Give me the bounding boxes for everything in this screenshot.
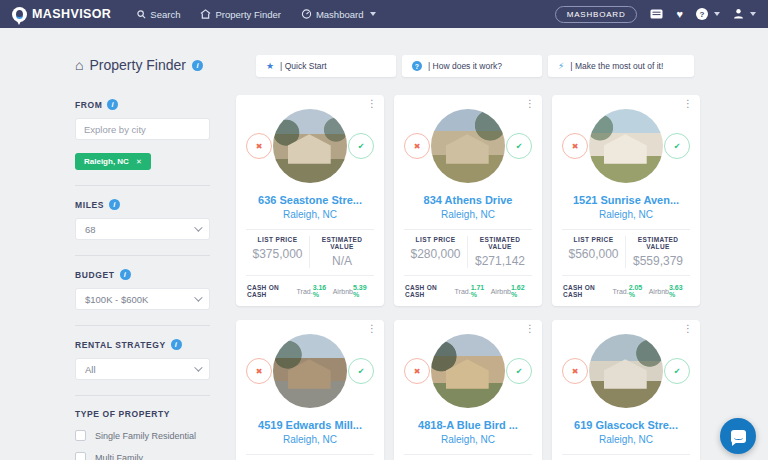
kebab-menu-icon[interactable]: ⋮ xyxy=(683,98,693,109)
how-it-works-button[interactable]: ? | How does it work? xyxy=(402,55,542,77)
trad-label: Trad. xyxy=(613,288,629,295)
estimated-value-label: ESTIMATED VALUE xyxy=(310,236,374,250)
info-icon[interactable]: i xyxy=(107,99,118,110)
card-icon[interactable] xyxy=(650,9,663,19)
help-menu[interactable]: ? xyxy=(696,8,720,20)
check-icon: ✔ xyxy=(516,367,523,376)
info-icon[interactable]: i xyxy=(120,269,131,280)
user-menu[interactable] xyxy=(733,8,756,21)
price-row: LIST PRICE $375,000 ESTIMATED VALUE N/A xyxy=(246,229,374,276)
reject-button[interactable]: ✖ xyxy=(246,358,272,384)
trad-label: Trad. xyxy=(455,288,471,295)
info-icon[interactable]: i xyxy=(192,60,203,71)
property-city-link[interactable]: Raleigh, NC xyxy=(562,209,690,220)
divider xyxy=(75,395,210,396)
checkbox-multi-family[interactable]: Multi Family xyxy=(75,452,210,460)
type-of-property-label: TYPE OF PROPERTY xyxy=(75,409,210,419)
cash-on-cash-label: CASH ON CASH xyxy=(247,284,297,298)
property-city-link[interactable]: Raleigh, NC xyxy=(246,209,374,220)
property-city-link[interactable]: Raleigh, NC xyxy=(562,434,690,445)
home-icon[interactable]: ⌂ xyxy=(75,57,83,73)
x-icon: ✖ xyxy=(256,142,263,151)
kebab-menu-icon[interactable]: ⋮ xyxy=(367,98,377,109)
chat-button[interactable] xyxy=(720,418,756,454)
close-icon[interactable]: ✕ xyxy=(136,158,142,166)
list-price-value: $280,000 xyxy=(404,247,467,261)
budget-select[interactable]: $100K - $600K xyxy=(75,288,210,310)
property-city-link[interactable]: Raleigh, NC xyxy=(246,434,374,445)
kebab-menu-icon[interactable]: ⋮ xyxy=(683,323,693,334)
property-photo[interactable] xyxy=(273,109,347,183)
property-photo[interactable] xyxy=(273,334,347,408)
estimated-value-label: ESTIMATED VALUE xyxy=(626,236,690,250)
make-most-button[interactable]: ⚡ | Make the most out of it! xyxy=(548,55,694,77)
brand[interactable]: MASHVISOR xyxy=(12,7,111,22)
checkbox-icon[interactable] xyxy=(75,452,86,460)
page-title: Property Finder xyxy=(89,57,185,73)
budget-label: BUDGET xyxy=(75,270,115,280)
accept-button[interactable]: ✔ xyxy=(506,133,532,159)
reject-button[interactable]: ✖ xyxy=(562,133,588,159)
accept-button[interactable]: ✔ xyxy=(348,133,374,159)
property-photo[interactable] xyxy=(589,109,663,183)
airbnb-label: Airbnb xyxy=(649,288,669,295)
property-address-link[interactable]: 636 Seastone Stre... xyxy=(246,194,374,206)
property-card: ⋮ ✖ ✔ 1521 Sunrise Aven... Raleigh, NC L… xyxy=(552,95,700,306)
miles-select[interactable]: 68 xyxy=(75,218,210,240)
property-card: ⋮ ✖ ✔ 4818-A Blue Bird ... Raleigh, NC L… xyxy=(394,320,542,460)
chat-icon xyxy=(731,430,746,443)
list-price-col: LIST PRICE $375,000 xyxy=(246,236,310,268)
accept-button[interactable]: ✔ xyxy=(664,133,690,159)
reject-button[interactable]: ✖ xyxy=(246,133,272,159)
property-city-link[interactable]: Raleigh, NC xyxy=(404,434,532,445)
property-photo[interactable] xyxy=(589,334,663,408)
cash-on-cash-label: CASH ON CASH xyxy=(563,284,613,298)
accept-button[interactable]: ✔ xyxy=(506,358,532,384)
property-city-link[interactable]: Raleigh, NC xyxy=(404,209,532,220)
checkbox-icon[interactable] xyxy=(75,430,86,441)
property-address-link[interactable]: 834 Athens Drive xyxy=(404,194,532,206)
x-icon: ✖ xyxy=(572,142,579,151)
city-search-input[interactable] xyxy=(75,118,210,140)
reject-button[interactable]: ✖ xyxy=(404,133,430,159)
star-icon: ★ xyxy=(266,62,274,71)
info-icon[interactable]: i xyxy=(109,199,120,210)
x-icon: ✖ xyxy=(414,142,421,151)
property-photo[interactable] xyxy=(431,109,505,183)
brand-name: MASHVISOR xyxy=(32,7,111,21)
reject-button[interactable]: ✖ xyxy=(404,358,430,384)
reject-button[interactable]: ✖ xyxy=(562,358,588,384)
property-address-link[interactable]: 1521 Sunrise Aven... xyxy=(562,194,690,206)
property-address-link[interactable]: 4818-A Blue Bird ... xyxy=(404,419,532,431)
filter-sidebar: FROM i Raleigh, NC ✕ MILES i 68 BUDGET i… xyxy=(75,99,210,460)
property-grid: ⋮ ✖ ✔ 636 Seastone Stre... Raleigh, NC L… xyxy=(236,95,700,460)
airbnb-value: 1.62 % xyxy=(511,284,531,298)
heart-icon[interactable]: ♥ xyxy=(676,8,683,20)
estimated-value-col: ESTIMATED VALUE $271,142 xyxy=(468,236,532,268)
trad-value: 3.16 % xyxy=(313,284,333,298)
property-address-link[interactable]: 619 Glascock Stre... xyxy=(562,419,690,431)
kebab-menu-icon[interactable]: ⋮ xyxy=(367,323,377,334)
bolt-icon: ⚡ xyxy=(558,62,564,71)
mashboard-button[interactable]: MASHBOARD xyxy=(555,6,638,23)
city-tag[interactable]: Raleigh, NC ✕ xyxy=(75,153,151,170)
quick-start-button[interactable]: ★ | Quick Start xyxy=(256,55,396,77)
kebab-menu-icon[interactable]: ⋮ xyxy=(525,323,535,334)
price-row: LIST PRICE $435,000 ESTIMATED VALUE N/A xyxy=(562,454,690,460)
accept-button[interactable]: ✔ xyxy=(664,358,690,384)
nav-property-finder[interactable]: Property Finder xyxy=(200,9,280,20)
cash-on-cash-row: CASH ON CASH Trad. 1.71 % Airbnb 1.62 % xyxy=(404,284,532,298)
nav-search[interactable]: Search xyxy=(137,9,180,20)
checkbox-single-family[interactable]: Single Family Residential xyxy=(75,430,210,441)
x-icon: ✖ xyxy=(572,367,579,376)
kebab-menu-icon[interactable]: ⋮ xyxy=(525,98,535,109)
property-photo[interactable] xyxy=(431,334,505,408)
accept-button[interactable]: ✔ xyxy=(348,358,374,384)
nav-mashboard[interactable]: Mashboard xyxy=(301,9,377,20)
question-icon: ? xyxy=(412,61,422,71)
nav-property-finder-label: Property Finder xyxy=(215,9,280,20)
info-icon[interactable]: i xyxy=(171,339,182,350)
price-row: LIST PRICE $280,000 ESTIMATED VALUE $271… xyxy=(404,229,532,276)
property-address-link[interactable]: 4519 Edwards Mill... xyxy=(246,419,374,431)
rental-strategy-select[interactable]: All xyxy=(75,358,210,380)
